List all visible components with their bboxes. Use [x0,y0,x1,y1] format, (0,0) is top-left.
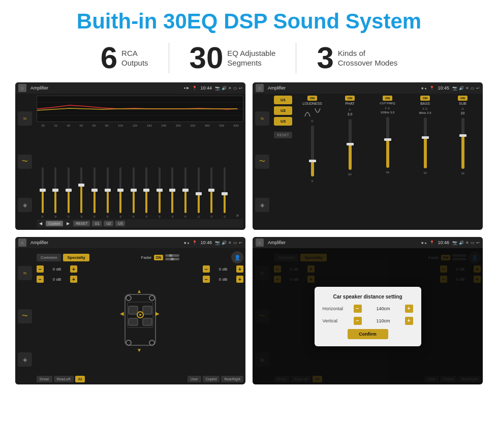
sub-label: SUB [459,102,466,105]
zone-user-btn[interactable]: User [188,376,201,382]
db-plus-rr[interactable]: + [236,276,243,283]
eq-slider-3[interactable]: 5 [76,167,88,218]
eq-slider-8[interactable]: 0 [141,167,153,218]
vertical-stepper: − 110cm + [354,317,413,325]
eq-slider-10[interactable]: 0 [167,167,179,218]
svg-text:▼: ▼ [137,347,142,353]
eq-u3-btn[interactable]: U3 [115,221,125,226]
eq-slider-9[interactable]: 0 [153,167,166,218]
loudness-label: LOUDNESS [302,102,322,105]
eq-speaker-btn[interactable]: ◈ [18,198,32,212]
zone-rearleft-btn[interactable]: RearLeft [54,376,74,382]
horizontal-plus-btn[interactable]: + [405,305,413,313]
cross-wave-btn[interactable]: 〜 [255,155,269,169]
horizontal-minus-btn[interactable]: − [354,305,362,313]
sub-slider[interactable] [461,118,464,169]
screen-speaker-layout: ⌂ Amplifier ■ ● 📍 10:46 📷 🔊 ✕ ▭ ↩ ≈ 〜 ◈ [15,237,245,384]
preset-u2[interactable]: U2 [274,106,292,115]
confirm-button[interactable]: Confirm [348,329,388,339]
eq-u1-btn[interactable]: U1 [92,221,102,226]
phat-on-btn[interactable]: ON [345,96,355,101]
zone-rearright-btn[interactable]: RearRight [221,376,243,382]
eq-u2-btn[interactable]: U2 [104,221,113,226]
spk-right-controls: − 0 dB + − 0 dB + [203,265,243,374]
stat-number-crossover: 3 [317,43,333,73]
eq-slider-5[interactable]: 0 [102,167,114,218]
eq-slider-12[interactable]: -1 [193,167,205,218]
stats-row: 6 RCA Outputs 30 EQ Adjustable Segments … [15,43,483,73]
db-control-rr: − 0 dB + [203,276,243,283]
eq-wave-btn[interactable]: 〜 [18,155,32,169]
cutfreq-on-btn[interactable]: ON [383,96,392,101]
spk-car-diagram: ◀ ▶ ▲ ▼ [80,265,200,374]
eq-slider-1[interactable]: 0 [50,167,62,218]
db-minus-rl[interactable]: − [37,276,44,283]
vertical-minus-btn[interactable]: − [354,317,362,325]
db-minus-fr[interactable]: − [203,265,210,273]
zone-copilot-btn[interactable]: Copilot [203,376,220,382]
cross-side-controls: ≈ 〜 ◈ [253,94,272,230]
eq-slider-11[interactable]: 0 [179,167,192,218]
cross-filter-btn[interactable]: ≈ [255,111,269,126]
eq-next-btn[interactable]: ▶ [65,221,71,226]
sub-on-btn[interactable]: ON [458,96,468,101]
home-icon-4[interactable]: ⌂ [256,238,264,247]
tab-specialty[interactable]: Specialty [63,254,89,261]
bass-slider[interactable] [424,117,427,168]
eq-slider-2[interactable]: 0 [63,167,75,218]
home-icon-2[interactable]: ⌂ [256,84,264,92]
db-plus-fl[interactable]: + [70,265,77,273]
tab-common[interactable]: Common [37,254,61,261]
fader-on-btn[interactable]: ON [154,255,164,260]
eq-sliders-row: 0 0 0 5 [37,128,243,218]
db-val-rr: 0 dB [211,277,235,282]
bass-on-btn[interactable]: ON [420,96,430,101]
eq-slider-4[interactable]: 0 [88,167,101,218]
eq-slider-6[interactable]: 0 [114,167,127,218]
cutfreq-slider[interactable] [386,117,389,168]
preset-u1[interactable]: U1 [274,96,292,104]
avatar-btn[interactable]: 👤 [231,251,243,263]
db-plus-rl[interactable]: + [70,276,77,283]
eq-custom-btn[interactable]: Custom [46,221,63,226]
eq-reset-btn[interactable]: RESET [73,221,90,226]
spk-filter-btn[interactable]: ≈ [18,266,32,280]
screen-eq-sliders: ⌂ Amplifier ● ▶ 📍 10:44 📷 🔊 ✕ ▭ ↩ ≈ 〜 ◈ [15,82,245,230]
eq-filter-btn[interactable]: ≈ [18,111,32,126]
eq-expand-btn[interactable]: » [231,213,243,218]
cross-speaker-btn[interactable]: ◈ [255,198,269,212]
db-val-fl: 0 dB [45,267,69,272]
vertical-plus-btn[interactable]: + [405,317,413,325]
db-plus-fr[interactable]: + [236,265,243,273]
preset-u3[interactable]: U3 [274,117,292,126]
zone-all-btn[interactable]: All [75,376,85,382]
eq-prev-btn[interactable]: ◀ [38,221,44,226]
db-minus-rr[interactable]: − [203,276,210,283]
channel-sub: ON SUB G 20 16 [445,96,481,228]
eq-slider-13[interactable]: 0 [205,167,217,218]
zone-driver-btn[interactable]: Driver [37,376,52,382]
eq-slider-7[interactable]: 0 [128,167,140,218]
eq-slider-0[interactable]: 0 [37,167,49,218]
loudness-on-btn[interactable]: ON [307,96,317,101]
stat-number-eq: 30 [190,43,224,73]
svg-text:▲: ▲ [137,288,142,294]
spk-wave-btn[interactable]: 〜 [18,309,32,323]
db-val-fr: 0 dB [211,267,235,272]
cutfreq-label: CUT FREQ [380,102,395,105]
side-controls-1: ≈ 〜 ◈ [15,94,35,230]
phat-slider[interactable] [349,119,352,170]
loudness-slider[interactable] [311,126,314,176]
stat-text-eq: EQ Adjustable Segments [227,48,275,68]
spk-speaker-btn[interactable]: ◈ [18,352,32,367]
home-icon-3[interactable]: ⌂ [18,238,26,247]
home-icon-1[interactable]: ⌂ [18,84,26,92]
cross-reset-btn[interactable]: RESET [274,132,292,138]
svg-rect-6 [129,306,138,314]
spk-bottom-row: Driver RearLeft All User Copilot RearRig… [37,376,243,382]
db-minus-fl[interactable]: − [37,265,44,273]
horizontal-label: Horizontal [323,306,351,311]
status-title-3: Amplifier [30,240,182,245]
stat-rca: 6 RCA Outputs [80,43,169,73]
eq-slider-14[interactable]: -1 [219,167,231,218]
